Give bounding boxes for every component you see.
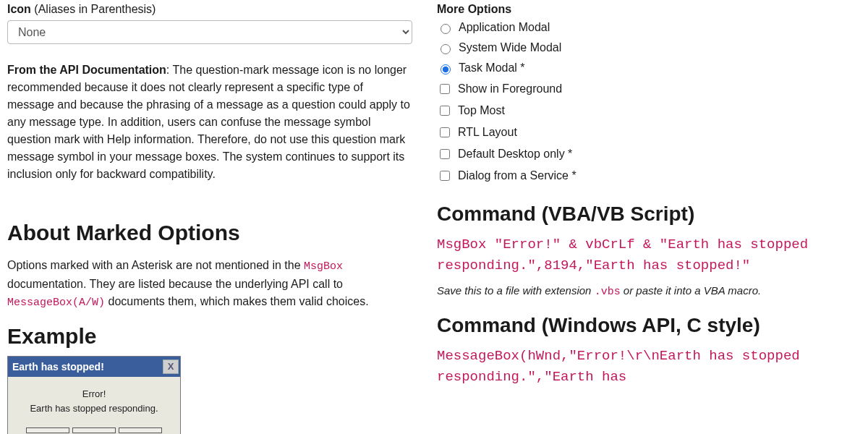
- more-options-group: Application ModalSystem Wide ModalTask M…: [437, 17, 861, 187]
- command-vba-code: MsgBox "Error!" & vbCrLf & "Earth has st…: [437, 234, 861, 277]
- option-checkbox[interactable]: [440, 171, 450, 181]
- command-c-heading: Command (Windows API, C style): [437, 314, 861, 337]
- about-marked-options-heading: About Marked Options: [7, 221, 412, 245]
- command-vba-heading: Command (VBA/VB Script): [437, 203, 861, 226]
- option-radio[interactable]: [441, 24, 451, 34]
- messagebox-aw-code: MessageBox(A/W): [7, 297, 105, 309]
- option-row[interactable]: System Wide Modal: [437, 38, 861, 58]
- api-documentation-text: : The question-mark message icon is no l…: [7, 64, 410, 180]
- option-checkbox[interactable]: [440, 127, 450, 137]
- icon-field-hint: (Aliases in Parenthesis): [34, 3, 156, 15]
- messagebox-button-row: [8, 427, 180, 434]
- option-label: RTL Layout: [458, 126, 517, 139]
- option-label: System Wide Modal: [459, 41, 561, 54]
- example-heading: Example: [7, 324, 412, 349]
- option-label: Dialog from a Service *: [458, 169, 576, 182]
- option-label: Task Modal *: [459, 61, 525, 75]
- messagebox-line1: Error!: [15, 387, 173, 401]
- option-label: Default Desktop only *: [458, 148, 572, 161]
- option-label: Application Modal: [459, 21, 550, 34]
- command-c-code: MessageBox(hWnd,"Error!\r\nEarth has sto…: [437, 346, 861, 388]
- option-radio[interactable]: [441, 64, 451, 75]
- icon-field-label: Icon: [7, 3, 31, 15]
- option-row[interactable]: Top Most: [437, 100, 861, 122]
- messagebox-titlebar: Earth has stopped! X: [8, 357, 180, 377]
- api-documentation-note: From the API Documentation: The question…: [7, 61, 412, 183]
- messagebox-preview: Earth has stopped! X Error! Earth has st…: [7, 356, 181, 434]
- option-checkbox[interactable]: [440, 84, 450, 94]
- msgbox-code: MsgBox: [304, 260, 343, 273]
- vbs-save-note: Save this to a file with extension .vbs …: [437, 284, 861, 298]
- messagebox-button[interactable]: [26, 427, 69, 433]
- icon-select[interactable]: None: [7, 20, 412, 44]
- option-row[interactable]: Default Desktop only *: [437, 143, 861, 165]
- messagebox-body: Error! Earth has stopped responding.: [8, 377, 180, 427]
- option-row[interactable]: Application Modal: [437, 17, 861, 38]
- messagebox-button[interactable]: [72, 427, 116, 433]
- option-row[interactable]: Show in Foreground: [437, 78, 861, 100]
- option-checkbox[interactable]: [440, 149, 450, 159]
- about-marked-options-text: Options marked with an Asterisk are not …: [7, 257, 412, 311]
- vbs-extension-code: .vbs: [595, 286, 621, 298]
- messagebox-button[interactable]: [119, 427, 162, 433]
- option-checkbox[interactable]: [440, 106, 450, 116]
- api-documentation-label: From the API Documentation: [7, 64, 166, 76]
- more-options-label: More Options: [437, 3, 861, 16]
- messagebox-line2: Earth has stopped responding.: [15, 401, 173, 416]
- option-label: Show in Foreground: [458, 82, 562, 95]
- messagebox-title: Earth has stopped!: [12, 361, 104, 373]
- option-row[interactable]: Dialog from a Service *: [437, 165, 861, 187]
- option-radio[interactable]: [441, 44, 451, 54]
- messagebox-close-button[interactable]: X: [163, 359, 179, 374]
- option-row[interactable]: RTL Layout: [437, 122, 861, 143]
- option-label: Top Most: [458, 104, 505, 117]
- option-row[interactable]: Task Modal *: [437, 58, 861, 78]
